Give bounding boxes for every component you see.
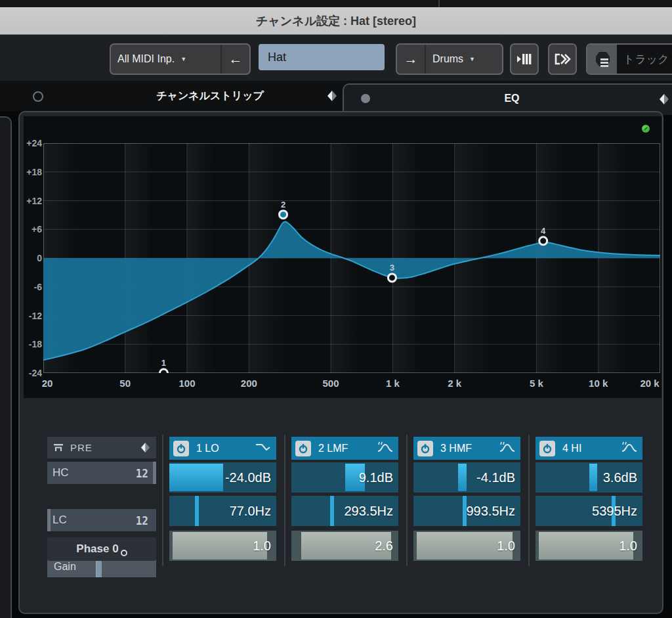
power-icon xyxy=(542,443,553,454)
tab-bar: チャンネルストリップ EQ xyxy=(0,81,672,111)
chevron-down-icon: ▼ xyxy=(180,56,186,62)
band-gain-slider[interactable]: 9.1dB xyxy=(291,462,398,493)
output-group: → Drums ▼ xyxy=(396,43,503,75)
band-frequency-handle[interactable] xyxy=(195,496,199,526)
midi-keys-button[interactable] xyxy=(510,43,539,75)
track-name-input[interactable] xyxy=(259,44,385,70)
high-cut-label: HC xyxy=(52,466,136,479)
band-frequency-slider[interactable]: 5395Hz xyxy=(536,496,642,526)
preset-diamond-icon[interactable] xyxy=(659,93,669,105)
high-cut-handle[interactable] xyxy=(153,462,156,484)
gain-tick-label: +24 xyxy=(24,138,42,148)
band-q-slider[interactable]: 1.0 xyxy=(536,531,642,561)
band-q-slider[interactable]: 1.0 xyxy=(169,531,276,561)
power-icon xyxy=(176,443,186,454)
frequency-tick-label: 1 k xyxy=(378,378,407,389)
gain-tick-label: -18 xyxy=(24,339,42,349)
band-frequency-handle[interactable] xyxy=(330,496,334,526)
gain-tick-label: 0 xyxy=(24,253,42,263)
band-frequency-value: 5395Hz xyxy=(592,496,637,526)
band-gain-handle[interactable] xyxy=(169,464,223,491)
band-power-button[interactable] xyxy=(173,441,189,456)
column-divider xyxy=(528,435,530,566)
peak-icon xyxy=(376,441,394,454)
output-routing-button[interactable] xyxy=(548,43,577,75)
phase-button[interactable]: Phase 0 xyxy=(47,537,156,561)
band-power-button[interactable] xyxy=(295,441,311,456)
band-frequency-value: 293.5Hz xyxy=(345,496,394,526)
high-cut-slope-value: 12 xyxy=(136,466,148,480)
eq-active-indicator[interactable] xyxy=(642,125,650,133)
band-q-value: 2.6 xyxy=(375,531,393,561)
band-gain-slider[interactable]: 3.6dB xyxy=(536,462,642,493)
band-header: 3 HMF xyxy=(413,437,520,460)
filter-type-button[interactable] xyxy=(376,441,394,456)
tab-eq-label: EQ xyxy=(344,93,672,104)
midi-input-dropdown[interactable]: All MIDI Inp. ▼ xyxy=(111,45,220,74)
pre-section-header[interactable]: PRE xyxy=(47,437,156,458)
low-cut-slider[interactable]: LC 12 xyxy=(47,509,156,531)
filter-type-button[interactable] xyxy=(620,441,639,456)
filter-type-button[interactable] xyxy=(498,441,516,456)
arrow-right-icon: → xyxy=(404,51,418,67)
frequency-tick-label: 20 k xyxy=(635,378,664,389)
column-divider xyxy=(284,435,285,566)
window-titlebar[interactable]: チャンネル設定 : Hat [stereo] xyxy=(0,7,672,35)
gain-tick-label: -12 xyxy=(24,311,42,321)
window-top-strip xyxy=(0,0,672,7)
frequency-tick-label: 100 xyxy=(173,378,201,389)
midi-keys-icon xyxy=(516,51,533,67)
tab-indicator-circle-icon xyxy=(33,91,43,102)
low-shelf-icon xyxy=(254,441,272,453)
pre-section-label: PRE xyxy=(70,442,140,453)
band-frequency-value: 993.5Hz xyxy=(467,496,516,526)
band-q-slider[interactable]: 2.6 xyxy=(291,531,398,561)
band-power-button[interactable] xyxy=(417,441,433,456)
high-cut-slider[interactable]: HC 12 xyxy=(47,462,156,484)
band-frequency-slider[interactable]: 293.5Hz xyxy=(291,496,398,526)
band-header: 1 LO xyxy=(169,437,276,460)
arrow-left-icon: ← xyxy=(229,51,243,67)
output-dropdown[interactable]: Drums ▼ xyxy=(426,45,502,74)
frequency-tick-label: 20 xyxy=(33,378,62,389)
midi-input-group: All MIDI Inp. ▼ ← xyxy=(110,43,251,75)
band-gain-slider[interactable]: -24.0dB xyxy=(169,462,276,493)
tab-eq[interactable]: EQ xyxy=(343,83,672,115)
eq-point-handle[interactable] xyxy=(539,237,547,245)
eq-point-handle[interactable] xyxy=(280,211,287,219)
band-header: 4 HI xyxy=(536,437,642,460)
eq-graph[interactable]: 1234 +24+18+12+60-6-12-18-24 20501002005… xyxy=(24,116,662,398)
next-channel-button[interactable]: → xyxy=(397,45,425,74)
track-section-label: トラック xyxy=(617,45,672,74)
frequency-tick-label: 50 xyxy=(111,378,140,389)
prev-channel-button[interactable]: ← xyxy=(222,45,249,74)
filter-type-button[interactable] xyxy=(254,441,272,456)
band-q-slider[interactable]: 1.0 xyxy=(413,531,520,561)
band-q-value: 1.0 xyxy=(253,531,271,561)
frequency-tick-label: 2 k xyxy=(440,378,469,389)
band-q-value: 1.0 xyxy=(497,531,515,561)
eq-point-handle[interactable] xyxy=(388,274,396,282)
power-icon xyxy=(420,443,430,454)
band-gain-handle[interactable] xyxy=(458,464,467,491)
gain-tick-label: -6 xyxy=(24,282,42,292)
eq-point-handle[interactable] xyxy=(159,369,167,373)
gain-tick-label: +6 xyxy=(24,224,42,234)
band-frequency-slider[interactable]: 993.5Hz xyxy=(413,496,520,526)
preset-diamond-icon[interactable] xyxy=(327,90,337,102)
degree-icon xyxy=(121,550,127,556)
band-frequency-slider[interactable]: 77.0Hz xyxy=(169,496,276,526)
low-cut-handle[interactable] xyxy=(47,509,51,531)
band-frequency-value: 77.0Hz xyxy=(230,496,271,526)
band-header: 2 LMF xyxy=(291,437,398,460)
band-power-button[interactable] xyxy=(539,441,555,456)
band-label: 1 LO xyxy=(196,443,254,454)
notes-tag-button[interactable] xyxy=(587,45,617,74)
band-gain-slider[interactable]: -4.1dB xyxy=(413,462,520,493)
band-gain-handle[interactable] xyxy=(589,464,597,491)
tab-channel-strip[interactable]: チャンネルストリップ xyxy=(0,81,341,111)
top-strip-divider xyxy=(438,0,440,7)
preset-diamond-icon[interactable] xyxy=(140,442,150,453)
eq-curve-plot[interactable]: 1234 xyxy=(43,143,660,373)
output-routing-icon xyxy=(554,51,572,67)
